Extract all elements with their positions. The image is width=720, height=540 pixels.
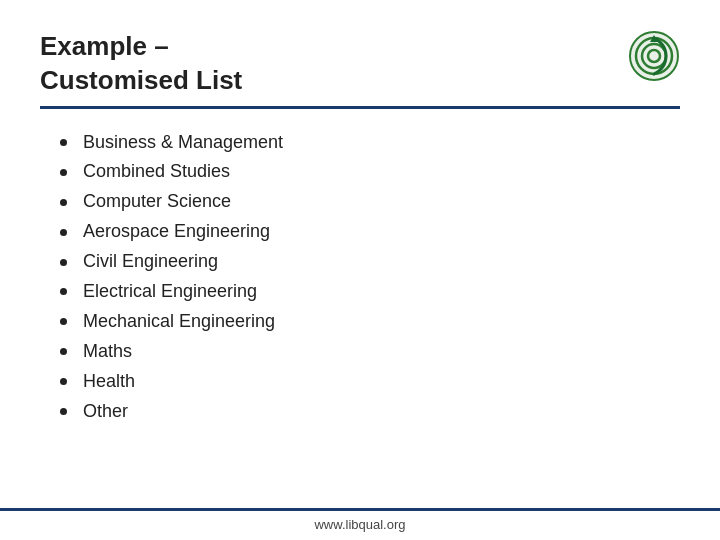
bullet-dot bbox=[60, 259, 67, 266]
bullet-dot bbox=[60, 139, 67, 146]
top-divider bbox=[40, 106, 680, 109]
bullet-dot bbox=[60, 288, 67, 295]
list-item: Other bbox=[60, 398, 680, 426]
header-area: Example – Customised List bbox=[40, 30, 680, 98]
list-item-text: Mechanical Engineering bbox=[83, 308, 275, 336]
bullet-list: Business & ManagementCombined StudiesCom… bbox=[60, 129, 680, 426]
list-item: Maths bbox=[60, 338, 680, 366]
bullet-dot bbox=[60, 318, 67, 325]
list-item: Computer Science bbox=[60, 188, 680, 216]
list-item-text: Health bbox=[83, 368, 135, 396]
logo-icon bbox=[628, 30, 680, 82]
slide-container: Example – Customised List Business & Man… bbox=[0, 0, 720, 540]
list-item: Civil Engineering bbox=[60, 248, 680, 276]
bullet-dot bbox=[60, 229, 67, 236]
bullet-dot bbox=[60, 169, 67, 176]
slide-title: Example – Customised List bbox=[40, 30, 242, 98]
bullet-dot bbox=[60, 378, 67, 385]
bullet-dot bbox=[60, 348, 67, 355]
bullet-dot bbox=[60, 408, 67, 415]
list-item: Combined Studies bbox=[60, 158, 680, 186]
list-item-text: Electrical Engineering bbox=[83, 278, 257, 306]
list-item-text: Civil Engineering bbox=[83, 248, 218, 276]
list-item-text: Maths bbox=[83, 338, 132, 366]
list-item-text: Other bbox=[83, 398, 128, 426]
footer-text: www.libqual.org bbox=[0, 511, 720, 540]
list-item: Aerospace Engineering bbox=[60, 218, 680, 246]
list-item: Business & Management bbox=[60, 129, 680, 157]
list-item: Electrical Engineering bbox=[60, 278, 680, 306]
list-item-text: Business & Management bbox=[83, 129, 283, 157]
list-item: Mechanical Engineering bbox=[60, 308, 680, 336]
list-item-text: Aerospace Engineering bbox=[83, 218, 270, 246]
list-item: Health bbox=[60, 368, 680, 396]
list-item-text: Computer Science bbox=[83, 188, 231, 216]
bottom-area: www.libqual.org bbox=[0, 508, 720, 540]
bullet-dot bbox=[60, 199, 67, 206]
list-item-text: Combined Studies bbox=[83, 158, 230, 186]
